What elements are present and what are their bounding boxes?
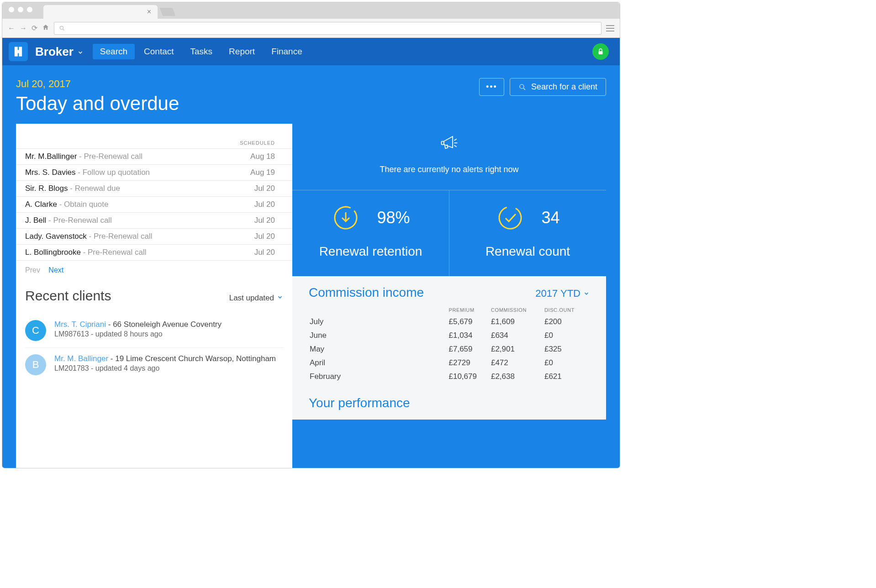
forward-icon[interactable]: → — [20, 24, 27, 32]
schedule-task: - Pre-Renewal call — [46, 216, 112, 225]
kpi-count-label: Renewal count — [463, 244, 592, 259]
ci-premium: £10,679 — [449, 370, 490, 383]
performance-title: Your performance — [309, 396, 590, 410]
kpi-retention: 98% Renewal retention — [292, 190, 449, 276]
avatar: C — [25, 320, 46, 341]
commission-row: June£1,034£634£0 — [310, 329, 589, 342]
schedule-date: Jul 20 — [254, 184, 275, 193]
search-icon — [518, 83, 527, 91]
new-tab-button[interactable] — [160, 8, 176, 16]
schedule-date: Jul 20 — [254, 200, 275, 209]
nav-tab-search[interactable]: Search — [93, 44, 135, 59]
reload-icon[interactable]: ⟳ — [32, 24, 37, 32]
client-row[interactable]: C Mrs. T. Cipriani - 66 Stoneleigh Avenu… — [25, 314, 283, 348]
close-icon[interactable]: × — [147, 8, 151, 16]
left-column: SCHEDULED Mr. M.Ballinger - Pre-Renewal … — [16, 126, 292, 468]
schedule-task: - Renewal due — [68, 184, 120, 193]
kpi-row: 98% Renewal retention 34 Renewal coun — [292, 190, 606, 276]
nav-tabs: SearchContactTasksReportFinance — [93, 44, 310, 59]
address-bar[interactable] — [54, 22, 602, 35]
nav-tab-tasks[interactable]: Tasks — [183, 44, 220, 59]
ci-commission: £2,638 — [491, 370, 544, 383]
schedule-name: Mrs. S. Davies — [25, 168, 76, 177]
commission-panel: Commission income 2017 YTD PREMIUMCOMMIS… — [292, 276, 606, 420]
schedule-row[interactable]: Lady. Gavenstock - Pre-Renewal callJul 2… — [16, 228, 292, 244]
right-column: There are currently no alerts right now … — [292, 126, 606, 468]
ci-month: April — [310, 357, 448, 369]
schedule-task: - Pre-Renewal call — [81, 248, 147, 257]
window-dot[interactable] — [27, 7, 32, 12]
schedule-task: - Pre-Renewal call — [87, 232, 153, 241]
brand-text: Broker — [35, 45, 74, 59]
recent-sort[interactable]: Last updated — [229, 294, 283, 303]
search-client-button[interactable]: Search for a client — [510, 78, 606, 96]
ci-month: May — [310, 343, 448, 356]
commission-row: April£2729£472£0 — [310, 357, 589, 369]
client-meta: LM201783 - updated 4 days ago — [54, 364, 276, 373]
kpi-retention-value: 98% — [377, 208, 410, 227]
ci-month: February — [310, 370, 448, 383]
brand-logo[interactable] — [9, 42, 28, 61]
ci-commission: £472 — [491, 357, 544, 369]
alerts-panel: There are currently no alerts right now — [292, 126, 606, 190]
ci-discount: £325 — [544, 343, 589, 356]
date-line: Jul 20, 2017 — [16, 78, 179, 90]
svg-line-4 — [523, 88, 525, 90]
client-name[interactable]: Mrs. T. Cipriani — [54, 320, 106, 329]
window-dot[interactable] — [18, 7, 23, 12]
brand-title[interactable]: Broker — [35, 45, 84, 59]
client-address: - 66 Stoneleigh Avenue Coventry — [106, 320, 222, 329]
window-dot[interactable] — [9, 7, 14, 12]
schedule-name: Mr. M.Ballinger — [25, 152, 77, 161]
lock-badge[interactable] — [592, 43, 609, 60]
schedule-date: Jul 20 — [254, 248, 275, 257]
commission-row: May£7,659£2,901£325 — [310, 343, 589, 356]
nav-tab-finance[interactable]: Finance — [264, 44, 310, 59]
browser-tab-bar: × — [2, 2, 620, 19]
svg-point-7 — [496, 203, 525, 232]
browser-tab[interactable]: × — [43, 5, 158, 19]
ci-discount: £621 — [544, 370, 589, 383]
ci-premium: £2729 — [449, 357, 490, 369]
client-name[interactable]: Mr. M. Ballinger — [54, 354, 108, 363]
schedule-row[interactable]: L. Bollingbrooke - Pre-Renewal callJul 2… — [16, 244, 292, 261]
ci-premium: £1,034 — [449, 329, 490, 342]
browser-window: × ← → ⟳ Broker SearchContactTasksReportF… — [2, 2, 620, 468]
schedule-panel: SCHEDULED Mr. M.Ballinger - Pre-Renewal … — [16, 124, 292, 280]
commission-col-header: COMMISSION — [491, 305, 544, 315]
commission-row: July£5,679£1,609£200 — [310, 315, 589, 328]
recent-clients-panel: Recent clients Last updated C Mrs. T. Ci… — [16, 280, 292, 390]
chevron-down-icon — [277, 294, 283, 303]
home-icon[interactable] — [42, 24, 49, 33]
search-icon — [59, 25, 65, 31]
menu-icon[interactable] — [606, 25, 614, 31]
nav-tab-contact[interactable]: Contact — [137, 44, 181, 59]
nav-tab-report[interactable]: Report — [222, 44, 262, 59]
commission-title: Commission income — [309, 285, 424, 300]
schedule-row[interactable]: Sir. R. Blogs - Renewal dueJul 20 — [16, 180, 292, 196]
commission-period[interactable]: 2017 YTD — [535, 288, 590, 299]
schedule-row[interactable]: J. Bell - Pre-Renewal callJul 20 — [16, 212, 292, 228]
schedule-name: Sir. R. Blogs — [25, 184, 68, 193]
chevron-down-icon — [77, 45, 84, 59]
ci-discount: £0 — [544, 329, 589, 342]
commission-row: February£10,679£2,638£621 — [310, 370, 589, 383]
hero-panel: Jul 20, 2017 Today and overdue ••• Searc… — [2, 65, 620, 468]
ci-commission: £634 — [491, 329, 544, 342]
back-icon[interactable]: ← — [8, 24, 15, 32]
schedule-name: L. Bollingbrooke — [25, 248, 81, 257]
client-row[interactable]: B Mr. M. Ballinger - 19 Lime Crescent Ch… — [25, 348, 283, 382]
pager-prev[interactable]: Prev — [25, 266, 40, 274]
svg-point-0 — [60, 26, 63, 29]
pager-next[interactable]: Next — [48, 266, 63, 274]
schedule-row[interactable]: Mrs. S. Davies - Follow up quotationAug … — [16, 164, 292, 180]
more-button[interactable]: ••• — [479, 78, 504, 96]
kpi-retention-label: Renewal retention — [306, 244, 435, 259]
schedule-row[interactable]: Mr. M.Ballinger - Pre-Renewal callAug 18 — [16, 148, 292, 164]
schedule-task: - Pre-Renewal call — [77, 152, 142, 161]
schedule-row[interactable]: A. Clarke - Obtain quoteJul 20 — [16, 196, 292, 212]
search-client-label: Search for a client — [531, 82, 597, 92]
dots-icon: ••• — [486, 82, 497, 92]
ci-month: June — [310, 329, 448, 342]
schedule-task: - Obtain quote — [57, 200, 108, 209]
